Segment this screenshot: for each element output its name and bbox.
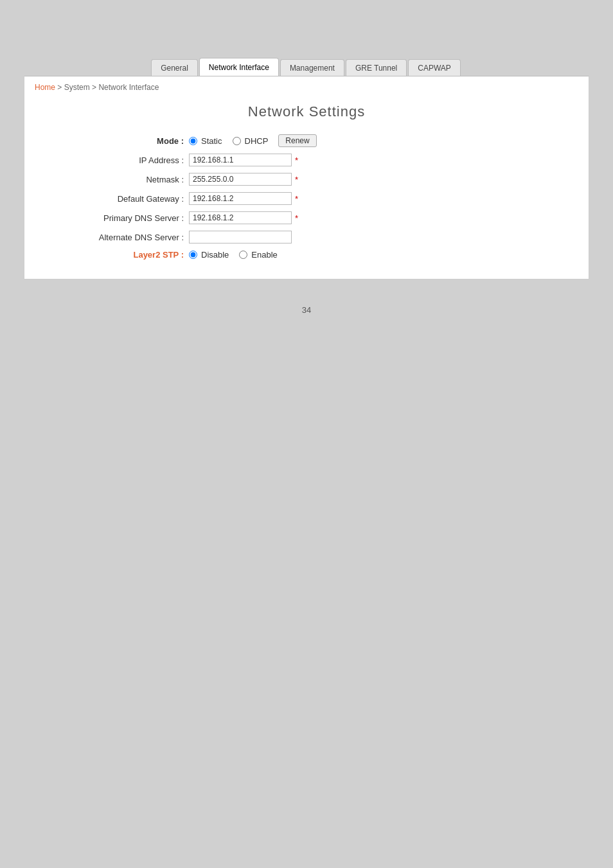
breadcrumb: Home > System > Network Interface <box>35 83 578 92</box>
breadcrumb-current: Network Interface <box>98 83 159 92</box>
breadcrumb-system: System <box>64 83 90 92</box>
page-wrapper: Home > System > Network Interface Networ… <box>24 76 589 279</box>
netmask-label: Netmask : <box>48 175 189 184</box>
ip-address-field-group: * <box>189 154 298 166</box>
tab-gre-tunnel[interactable]: GRE Tunnel <box>346 59 407 76</box>
netmask-required: * <box>295 175 298 184</box>
alternate-dns-field-group <box>189 231 292 244</box>
gateway-field-group: * <box>189 192 298 205</box>
primary-dns-field-group: * <box>189 211 298 224</box>
ip-address-input[interactable] <box>189 154 292 166</box>
gateway-row: Default Gateway : * <box>48 192 578 205</box>
tab-network-interface[interactable]: Network Interface <box>199 58 279 76</box>
layer2-stp-label: Layer2 STP : <box>48 250 189 260</box>
ip-address-row: IP Address : * <box>48 154 578 166</box>
gateway-required: * <box>295 194 298 204</box>
breadcrumb-home[interactable]: Home <box>35 83 55 92</box>
layer2-stp-disable-radio[interactable] <box>189 251 197 259</box>
mode-label: Mode : <box>48 136 189 146</box>
netmask-input[interactable] <box>189 173 292 186</box>
mode-dhcp-label: DHCP <box>245 136 269 146</box>
primary-dns-required: * <box>295 213 298 223</box>
mode-static-label: Static <box>201 136 222 146</box>
mode-radio-group: Static DHCP Renew <box>189 134 317 147</box>
tab-management[interactable]: Management <box>280 59 344 76</box>
alternate-dns-input[interactable] <box>189 231 292 244</box>
form-section: Mode : Static DHCP Renew IP Address : * <box>35 134 578 260</box>
page-number: 34 <box>302 305 311 315</box>
netmask-row: Netmask : * <box>48 173 578 186</box>
mode-static-radio[interactable] <box>189 137 197 145</box>
alternate-dns-label: Alternate DNS Server : <box>48 233 189 242</box>
layer2-stp-row: Layer2 STP : Disable Enable <box>48 250 578 260</box>
alternate-dns-row: Alternate DNS Server : <box>48 231 578 244</box>
gateway-input[interactable] <box>189 192 292 205</box>
tab-general[interactable]: General <box>151 59 198 76</box>
layer2-stp-disable-label: Disable <box>201 250 229 260</box>
ip-address-label: IP Address : <box>48 155 189 165</box>
renew-button[interactable]: Renew <box>278 134 316 147</box>
gateway-label: Default Gateway : <box>48 194 189 204</box>
tab-capwap[interactable]: CAPWAP <box>408 59 461 76</box>
layer2-stp-enable-radio[interactable] <box>239 251 247 259</box>
mode-dhcp-radio[interactable] <box>233 137 241 145</box>
layer2-stp-radio-group: Disable Enable <box>189 250 284 260</box>
primary-dns-input[interactable] <box>189 211 292 224</box>
mode-row: Mode : Static DHCP Renew <box>48 134 578 147</box>
primary-dns-label: Primary DNS Server : <box>48 213 189 223</box>
content-area: Home > System > Network Interface Networ… <box>24 76 589 279</box>
tabs-bar: General Network Interface Management GRE… <box>151 58 462 76</box>
layer2-stp-enable-label: Enable <box>251 250 277 260</box>
ip-address-required: * <box>295 155 298 165</box>
page-title: Network Settings <box>35 103 578 120</box>
netmask-field-group: * <box>189 173 298 186</box>
primary-dns-row: Primary DNS Server : * <box>48 211 578 224</box>
